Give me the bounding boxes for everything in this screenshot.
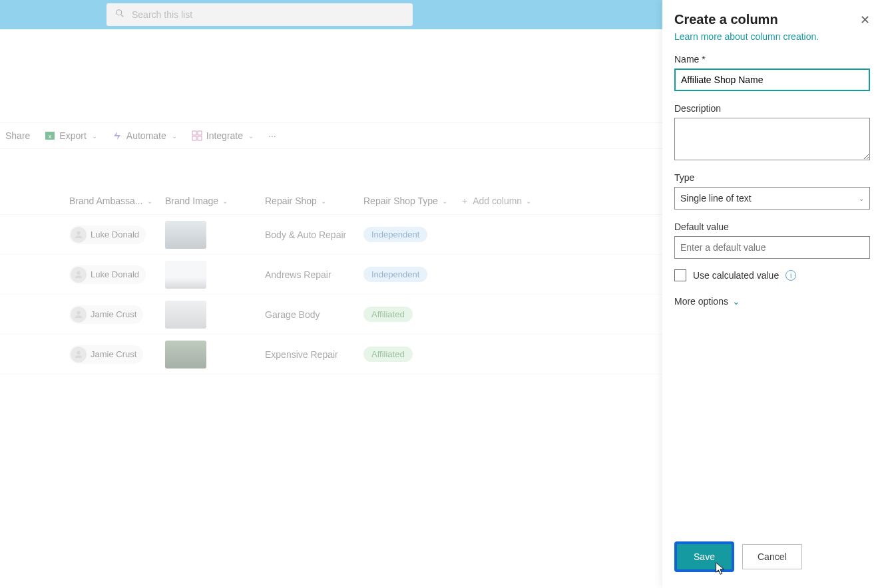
brand-image-thumb[interactable]	[165, 301, 206, 329]
svg-rect-5	[198, 131, 202, 135]
default-value-input[interactable]	[674, 236, 870, 259]
type-value: Single line of text	[680, 193, 752, 204]
person-chip[interactable]: Luke Donald	[69, 225, 146, 244]
brand-image-thumb[interactable]	[165, 261, 206, 289]
chevron-down-icon: ⌄	[859, 195, 864, 202]
repair-shop-type-pill: Independent	[363, 267, 427, 282]
col-label: Brand Image	[165, 196, 218, 206]
svg-text:x: x	[49, 133, 52, 140]
automate-button[interactable]: Automate ⌄	[112, 130, 177, 141]
search-icon	[114, 8, 125, 21]
svg-point-0	[116, 10, 122, 15]
description-label: Description	[674, 103, 870, 114]
col-brand-ambassador[interactable]: Brand Ambassa...⌄	[69, 196, 152, 206]
svg-rect-7	[198, 136, 202, 140]
close-icon[interactable]: ✕	[860, 13, 870, 27]
panel-title: Create a column	[674, 12, 778, 27]
chevron-down-icon: ⌄	[732, 296, 740, 307]
share-label: Share	[5, 130, 30, 141]
chevron-down-icon: ⌄	[222, 198, 228, 205]
repair-shop-cell: Garage Body	[265, 309, 320, 320]
col-brand-image[interactable]: Brand Image⌄	[165, 196, 228, 206]
chevron-down-icon: ⌄	[147, 198, 152, 205]
svg-point-9	[77, 271, 80, 274]
col-label: Repair Shop	[265, 196, 317, 206]
save-highlight: Save	[674, 541, 734, 572]
repair-shop-cell: Andrews Repair	[265, 269, 331, 280]
cancel-button[interactable]: Cancel	[742, 544, 802, 569]
avatar-icon	[71, 267, 87, 283]
search-box[interactable]	[107, 3, 413, 26]
automate-label: Automate	[126, 130, 166, 141]
person-chip[interactable]: Luke Donald	[69, 265, 146, 284]
add-column-button[interactable]: +Add column⌄	[462, 196, 531, 206]
more-actions-button[interactable]: ···	[268, 130, 276, 141]
integrate-icon	[192, 130, 202, 141]
chevron-down-icon: ⌄	[248, 132, 254, 140]
chevron-down-icon: ⌄	[526, 198, 531, 205]
plus-icon: +	[462, 196, 467, 206]
repair-shop-type-pill: Affiliated	[363, 347, 413, 362]
integrate-button[interactable]: Integrate ⌄	[192, 130, 254, 141]
person-name: Jamie Crust	[91, 309, 136, 319]
svg-point-8	[77, 231, 80, 234]
chevron-down-icon: ⌄	[92, 132, 97, 140]
share-button[interactable]: Share	[5, 130, 30, 141]
save-button[interactable]: Save	[677, 544, 732, 569]
col-label: Brand Ambassa...	[69, 196, 143, 206]
panel-footer: Save Cancel	[674, 541, 870, 576]
person-name: Jamie Crust	[91, 349, 136, 359]
repair-shop-cell: Expensive Repair	[265, 349, 338, 360]
col-label: Repair Shop Type	[363, 196, 438, 206]
svg-point-10	[77, 311, 80, 314]
col-repair-shop-type[interactable]: Repair Shop Type⌄	[363, 196, 447, 206]
repair-shop-type-pill: Affiliated	[363, 307, 413, 322]
type-label: Type	[674, 172, 870, 183]
svg-line-1	[121, 15, 123, 17]
more-options-label: More options	[674, 296, 728, 307]
search-input[interactable]	[132, 9, 405, 20]
create-column-panel: Create a column ✕ Learn more about colum…	[662, 0, 882, 588]
repair-shop-cell: Body & Auto Repair	[265, 229, 346, 240]
excel-icon: x	[45, 130, 55, 141]
type-select[interactable]: Single line of text ⌄	[674, 187, 870, 210]
avatar-icon	[71, 227, 87, 243]
avatar-icon	[71, 307, 87, 323]
svg-rect-4	[192, 131, 196, 135]
ellipsis-icon: ···	[268, 130, 276, 141]
svg-rect-6	[192, 136, 196, 140]
default-value-label: Default value	[674, 221, 870, 232]
name-input[interactable]	[674, 69, 870, 91]
person-chip[interactable]: Jamie Crust	[69, 345, 143, 364]
calculated-value-checkbox[interactable]	[674, 269, 686, 281]
brand-image-thumb[interactable]	[165, 221, 206, 249]
person-name: Luke Donald	[91, 229, 139, 239]
person-name: Luke Donald	[91, 269, 139, 279]
svg-point-11	[77, 351, 80, 354]
description-textarea[interactable]	[674, 118, 870, 160]
calculated-value-label: Use calculated value	[693, 270, 779, 281]
chevron-down-icon: ⌄	[321, 198, 326, 205]
export-button[interactable]: x Export ⌄	[45, 130, 97, 141]
brand-image-thumb[interactable]	[165, 341, 206, 368]
col-repair-shop[interactable]: Repair Shop⌄	[265, 196, 326, 206]
repair-shop-type-pill: Independent	[363, 227, 427, 242]
add-column-label: Add column	[473, 196, 522, 206]
name-label: Name *	[674, 54, 870, 65]
automate-icon	[112, 130, 122, 141]
more-options-toggle[interactable]: More options ⌄	[674, 296, 870, 307]
help-link[interactable]: Learn more about column creation.	[674, 31, 870, 42]
avatar-icon	[71, 347, 87, 363]
chevron-down-icon: ⌄	[172, 132, 177, 140]
integrate-label: Integrate	[206, 130, 243, 141]
person-chip[interactable]: Jamie Crust	[69, 305, 143, 324]
export-label: Export	[59, 130, 86, 141]
info-icon[interactable]: i	[785, 270, 796, 281]
chevron-down-icon: ⌄	[442, 198, 447, 205]
